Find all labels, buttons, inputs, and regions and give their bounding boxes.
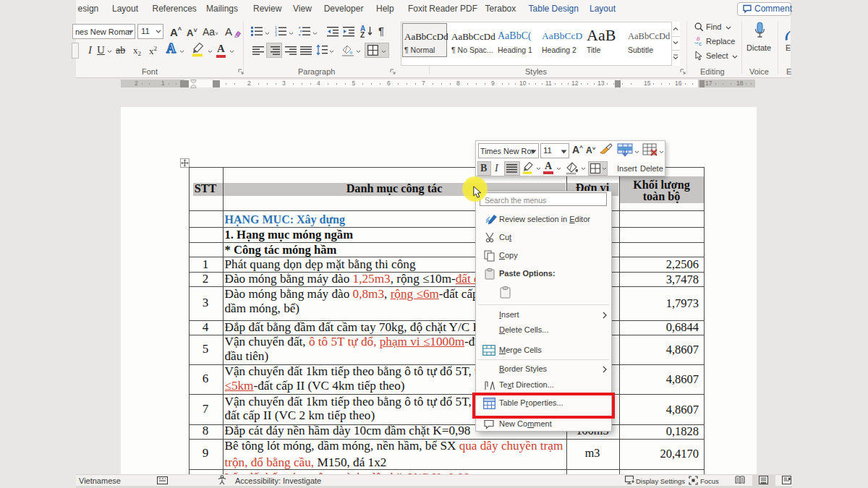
svg-text:3: 3 [275,33,277,36]
svg-text:c: c [699,40,702,46]
